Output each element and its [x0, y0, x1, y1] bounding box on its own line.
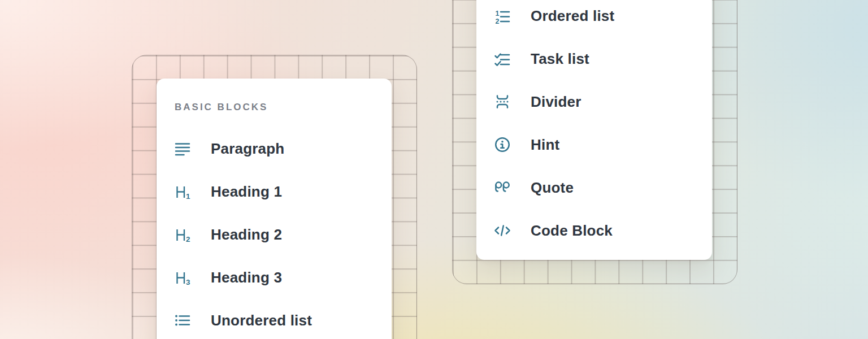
heading-2-icon: 2	[173, 225, 192, 244]
svg-text:3: 3	[186, 278, 190, 286]
menu-item-label: Code Block	[531, 222, 613, 240]
task-list-icon	[493, 50, 511, 68]
section-label: BASIC BLOCKS	[175, 102, 375, 112]
heading-1-icon: 1	[173, 182, 192, 201]
menu-item-label: Heading 3	[211, 269, 282, 286]
heading-3-icon: 3	[173, 268, 192, 286]
svg-text:1: 1	[496, 10, 500, 18]
menu-item-unordered-list[interactable]: Unordered list	[173, 305, 375, 336]
menu-item-label: Divider	[531, 93, 581, 111]
svg-text:1: 1	[186, 192, 190, 201]
svg-text:2: 2	[496, 18, 500, 25]
menu-item-code-block[interactable]: Code Block	[493, 215, 695, 246]
menu-item-divider[interactable]: Divider	[493, 86, 695, 118]
menu-item-label: Paragraph	[211, 140, 284, 158]
menu-item-label: Ordered list	[531, 7, 614, 25]
menu-item-label: Heading 2	[211, 226, 282, 244]
basic-blocks-menu: BASIC BLOCKS Paragraph 1 Heading 1 2 Hea…	[157, 79, 392, 339]
menu-item-heading-3[interactable]: 3 Heading 3	[173, 262, 375, 293]
hint-icon	[493, 136, 511, 154]
menu-item-heading-1[interactable]: 1 Heading 1	[173, 176, 375, 207]
menu-item-hint[interactable]: Hint	[493, 129, 695, 160]
menu-item-label: Task list	[531, 50, 589, 68]
unordered-list-icon	[173, 311, 192, 329]
menu-item-label: Hint	[531, 136, 559, 154]
paragraph-icon	[173, 140, 192, 158]
menu-item-quote[interactable]: Quote	[493, 172, 695, 203]
menu-item-heading-2[interactable]: 2 Heading 2	[173, 219, 375, 250]
menu-item-label: Heading 1	[211, 183, 282, 201]
svg-text:2: 2	[186, 235, 190, 244]
menu-item-task-list[interactable]: Task list	[493, 43, 695, 75]
quote-icon	[493, 179, 511, 197]
menu-item-paragraph[interactable]: Paragraph	[173, 133, 375, 164]
blocks-menu-continued: 1 2 Ordered list Task list Divider	[476, 0, 712, 260]
menu-item-label: Quote	[531, 179, 574, 197]
menu-item-label: Unordered list	[211, 312, 312, 329]
code-block-icon	[493, 221, 511, 240]
divider-icon	[493, 93, 511, 111]
menu-item-ordered-list[interactable]: 1 2 Ordered list	[493, 0, 695, 32]
ordered-list-icon: 1 2	[493, 7, 511, 25]
